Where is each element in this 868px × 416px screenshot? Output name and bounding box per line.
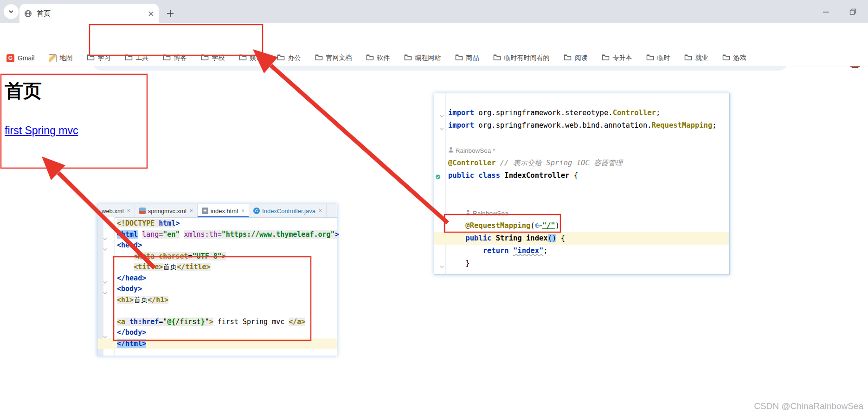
code-token: @RequestMapping <box>465 221 530 230</box>
bookmark-label: 临时有时间看的 <box>504 54 550 62</box>
code-token: /first <box>175 318 200 326</box>
code-token: lang <box>142 230 159 239</box>
code-line <box>434 195 729 207</box>
editor-tab-springmvc.xml[interactable]: springmvc.xml× <box>135 204 198 217</box>
code-token: org.springframework.stereotype. <box>478 109 612 117</box>
editor-tab-index.html[interactable]: Hindex.html× <box>198 204 249 217</box>
browser-titlebar: 首页 <box>0 0 868 23</box>
code-token: 首页 <box>134 296 148 304</box>
bookmark-label: 地图 <box>60 54 73 62</box>
editor-tab-IndexController.java[interactable]: CIndexController.java× <box>249 204 327 217</box>
bookmark-item[interactable]: 编程网站 <box>404 54 441 63</box>
code-token <box>448 209 465 217</box>
code-token: </body> <box>117 328 146 337</box>
java-code[interactable]: import org.springframework.stereotype.Co… <box>434 94 729 274</box>
bookmark-label: 编程网站 <box>415 54 441 62</box>
code-token: <body> <box>117 285 142 293</box>
bookmark-item[interactable]: 商品 <box>455 54 479 63</box>
code-token: xmlns:th <box>184 230 218 239</box>
bookmark-item[interactable]: 软件 <box>366 54 390 63</box>
tab-close-icon[interactable]: × <box>241 208 244 214</box>
editor-tab-label: IndexController.java <box>262 208 315 214</box>
minimize-button[interactable] <box>816 4 836 20</box>
code-line <box>434 94 729 107</box>
bookmarks-bar: GGmail地图学习工具博客学校娱乐办公官网文档软件编程网站商品临时有时间看的阅… <box>0 50 868 66</box>
code-line: <h1>首页</h1> <box>97 295 337 306</box>
bookmark-label: 学习 <box>98 54 111 62</box>
tab-close-icon[interactable]: × <box>319 208 322 214</box>
code-line: RainbowSea * <box>434 144 729 157</box>
person-icon <box>448 144 454 157</box>
browser-tab[interactable]: 首页 <box>19 4 159 23</box>
bookmark-item[interactable]: 游戏 <box>722 54 746 63</box>
bookmark-item[interactable]: 临时 <box>646 54 670 63</box>
code-token: </head> <box>117 274 146 282</box>
code-line: <a th:href="@{/first}"> first Spring mvc… <box>97 317 337 328</box>
code-token: { <box>574 171 578 180</box>
code-line: return "index"; <box>434 245 729 257</box>
folder-icon <box>315 54 323 63</box>
code-token: } <box>448 259 470 267</box>
arrow-page-head <box>42 156 65 180</box>
java-class-icon: C <box>253 208 260 214</box>
folder-icon <box>404 54 412 63</box>
first-spring-mvc-link[interactable]: first Spring mvc <box>5 124 78 137</box>
code-token: <a <box>117 318 129 326</box>
close-icon[interactable] <box>148 11 154 17</box>
globe-icon <box>24 10 32 18</box>
code-line: </body> <box>97 327 337 338</box>
bookmark-item[interactable]: 学校 <box>201 54 225 63</box>
person-icon <box>465 207 471 220</box>
code-line: </html> <box>97 338 337 350</box>
bookmark-item[interactable]: 官网文档 <box>315 54 352 63</box>
editor-tab-web.xml[interactable]: web.xml× <box>97 204 135 217</box>
code-token: = <box>159 230 163 239</box>
code-token: } <box>201 318 205 326</box>
code-token: org.springframework.web.bind.annotation. <box>478 121 651 130</box>
bookmark-item[interactable]: GGmail <box>6 54 35 62</box>
editor-tab-label: web.xml <box>102 208 124 214</box>
code-token: <head> <box>117 241 142 249</box>
code-token: <title> <box>134 263 163 271</box>
bookmark-item[interactable]: 工具 <box>125 54 149 63</box>
code-token: </html> <box>117 339 146 348</box>
code-token: String index <box>496 234 548 242</box>
code-token: IndexController <box>504 171 573 180</box>
folder-icon <box>87 54 95 63</box>
tab-close-icon[interactable]: × <box>190 208 193 214</box>
tab-search-button[interactable] <box>4 4 19 19</box>
bookmark-label: 软件 <box>377 54 390 62</box>
restore-button[interactable] <box>842 4 863 20</box>
code-token: "UTF-8" <box>193 252 222 260</box>
code-token <box>448 234 465 242</box>
bookmark-item[interactable]: 临时有时间看的 <box>493 54 550 63</box>
code-token: </h1> <box>148 296 168 304</box>
code-token: import <box>448 109 478 117</box>
code-token: <h1> <box>117 296 134 304</box>
bookmark-item[interactable]: 就业 <box>684 54 708 63</box>
bookmark-item[interactable]: 地图 <box>49 54 73 62</box>
code-line: } <box>434 257 729 270</box>
globe-icon <box>535 220 542 232</box>
bookmark-item[interactable]: 娱乐 <box>239 54 263 63</box>
bookmark-label: Gmail <box>18 54 35 62</box>
code-line: <title>首页</title> <box>97 262 337 273</box>
tab-close-icon[interactable]: × <box>127 208 130 214</box>
tab-title: 首页 <box>37 9 148 18</box>
code-line: RainbowSea <box>434 207 729 220</box>
code-line: <!DOCTYPE html> <box>97 218 337 229</box>
code-line <box>434 132 729 144</box>
code-token <box>180 230 184 239</box>
bookmark-item[interactable]: 办公 <box>277 54 301 63</box>
code-token: () <box>548 234 557 242</box>
bookmark-item[interactable]: 学习 <box>87 54 111 63</box>
new-tab-button[interactable] <box>163 6 177 20</box>
code-token: <html <box>117 230 138 239</box>
bookmark-item[interactable]: 博客 <box>163 54 187 63</box>
code-line: import org.springframework.stereotype.Co… <box>434 107 729 119</box>
bookmark-label: 专升本 <box>613 54 632 62</box>
bookmark-item[interactable]: 专升本 <box>602 54 632 63</box>
html-code[interactable]: <!DOCTYPE html><html lang="en" xmlns:th=… <box>97 218 337 356</box>
bookmark-item[interactable]: 阅读 <box>564 54 588 63</box>
code-token: th:href <box>129 318 159 326</box>
